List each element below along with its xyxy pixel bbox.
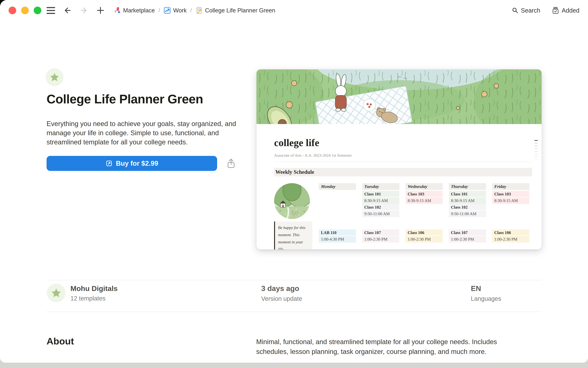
class-time: 9:50-11:00 AM (449, 211, 486, 217)
search-button[interactable]: Search (512, 7, 540, 14)
sidebar-menu-button[interactable] (46, 7, 55, 14)
class-time: 1:00-2:30 PM (362, 236, 399, 243)
new-tab-button[interactable] (96, 6, 105, 15)
class-block: Class 103 8:30-9:15 AM (405, 191, 443, 204)
divider (46, 312, 542, 312)
class-block: Class 103 8:30-9:15 AM (492, 191, 529, 204)
back-arrow-icon (63, 6, 72, 15)
divider (274, 162, 532, 162)
topbar: Marketplace / Work / College Li (0, 0, 588, 21)
added-button[interactable]: Added (552, 7, 579, 14)
class-name: Class 107 (449, 230, 486, 236)
class-block: Class 107 1:00-2:30 PM (449, 230, 486, 243)
minimize-window-button[interactable] (21, 7, 29, 14)
breadcrumb-label: Marketplace (123, 7, 155, 14)
breadcrumb-separator: / (190, 7, 192, 14)
breadcrumb-separator: / (158, 7, 160, 14)
language-value: EN (471, 284, 481, 293)
class-name: Class 103 (405, 191, 443, 197)
class-block: Class 101 8:30-9:15 AM (362, 191, 399, 204)
preview-page: college life Associate of Arts - A.A. 20… (257, 124, 542, 249)
schedule-column-monday: Monday LAB 110 1:00-4:30 PM (319, 183, 356, 249)
day-header: Thursday (449, 183, 486, 190)
zoom-window-button[interactable] (34, 7, 41, 14)
class-time: 8:30-9:15 AM (492, 197, 529, 204)
search-icon (512, 7, 518, 14)
schedule-side-column: Be happy for this moment. This moment in… (274, 183, 312, 249)
class-name: Class 103 (492, 191, 529, 197)
template-preview-card: college life Associate of Arts - A.A. 20… (257, 69, 542, 249)
class-block: Class 102 9:50-11:00 AM (449, 204, 486, 217)
preview-page-subtitle: Associate of Arts - A.A. 2023-2024 1st S… (274, 153, 532, 158)
creator-template-count: 12 templates (70, 295, 105, 302)
class-block: Class 107 1:00-2:30 PM (362, 230, 399, 243)
class-block: Class 101 8:30-9:15 AM (449, 191, 486, 204)
creator-name[interactable]: Mohu Digitals (70, 284, 118, 293)
class-block: LAB 110 1:00-4:30 PM (319, 230, 356, 243)
class-name: Class 102 (362, 204, 399, 211)
breadcrumb-item-current-page[interactable]: College Life Planner Green (195, 7, 275, 14)
forward-arrow-icon (80, 6, 88, 15)
app-window: Marketplace / Work / College Li (0, 0, 588, 363)
page-outline-indicator[interactable] (534, 140, 538, 162)
schedule-column-friday: Friday Class 103 8:30-9:15 AM Class 106 … (492, 183, 529, 249)
class-name: Class 101 (449, 191, 486, 197)
external-link-icon (105, 160, 112, 167)
last-updated-value: 3 days ago (261, 284, 299, 293)
breadcrumb: Marketplace / Work / College Li (114, 7, 275, 14)
class-time: 1:00-2:30 PM (492, 236, 529, 243)
work-chart-icon (164, 7, 171, 14)
about-heading: About (46, 336, 74, 347)
forward-button[interactable] (80, 6, 88, 15)
cover-illustration (257, 69, 542, 124)
breadcrumb-label: College Life Planner Green (205, 7, 275, 14)
template-description: Everything you need to achieve your goal… (46, 119, 236, 147)
buy-button[interactable]: Buy for $2.99 (46, 156, 217, 171)
back-button[interactable] (63, 6, 72, 15)
morning-slot: Class 101 8:30-9:15 AM Class 102 9:50-11… (362, 190, 399, 230)
class-block: Class 106 1:00-2:30 PM (492, 230, 529, 243)
day-header: Friday (492, 183, 529, 190)
class-time: 9:50-11:00 AM (362, 211, 399, 217)
morning-slot: Class 103 8:30-9:15 AM (492, 190, 529, 230)
topbar-right: Search Added (512, 7, 579, 14)
quote-block: Be happy for this moment. This moment in… (274, 221, 312, 249)
share-icon (225, 158, 237, 169)
search-label: Search (521, 7, 540, 14)
breadcrumb-label: Work (173, 7, 187, 14)
language-label: Languages (471, 295, 501, 302)
template-meta: Mohu Digitals 12 templates 3 days ago Ve… (46, 280, 542, 312)
class-block: Class 106 1:00-2:30 PM (405, 230, 443, 243)
morning-slot (319, 190, 356, 230)
day-header: Wednesday (405, 183, 443, 190)
class-time: 8:30-9:15 AM (405, 197, 443, 204)
class-name: Class 106 (405, 230, 443, 236)
preview-page-title: college life (274, 137, 532, 148)
class-time: 1:00-4:30 PM (319, 236, 356, 243)
morning-slot: Class 101 8:30-9:15 AM Class 102 9:50-11… (449, 190, 486, 230)
class-name: Class 106 (492, 230, 529, 236)
forest-circle-illustration (274, 183, 310, 219)
share-button[interactable] (225, 158, 237, 169)
class-time: 8:30-9:15 AM (362, 197, 399, 204)
buy-button-label: Buy for $2.99 (116, 160, 158, 167)
weekly-schedule-table: Be happy for this moment. This moment in… (274, 183, 532, 249)
template-icon-badge (46, 68, 63, 86)
schedule-column-wednesday: Wednesday Class 103 8:30-9:15 AM Class 1… (405, 183, 443, 249)
star-icon (49, 72, 60, 82)
added-label: Added (562, 7, 579, 14)
plus-icon (96, 6, 105, 15)
weekly-schedule-heading: Weekly Schedule (274, 168, 532, 176)
creator-avatar[interactable] (47, 284, 65, 302)
page-title: College Life Planner Green (46, 92, 203, 106)
class-block: Class 102 9:50-11:00 AM (362, 204, 399, 217)
close-window-button[interactable] (9, 7, 16, 14)
breadcrumb-item-marketplace[interactable]: Marketplace (114, 7, 155, 14)
class-name: Class 101 (362, 191, 399, 197)
day-header: Tuesday (362, 183, 399, 190)
class-name: LAB 110 (319, 230, 356, 236)
last-updated-label: Version update (261, 295, 302, 302)
breadcrumb-item-work[interactable]: Work (164, 7, 187, 14)
morning-slot: Class 103 8:30-9:15 AM (405, 190, 443, 230)
about-text: Minimal, functional, and streamlined tem… (256, 337, 527, 357)
